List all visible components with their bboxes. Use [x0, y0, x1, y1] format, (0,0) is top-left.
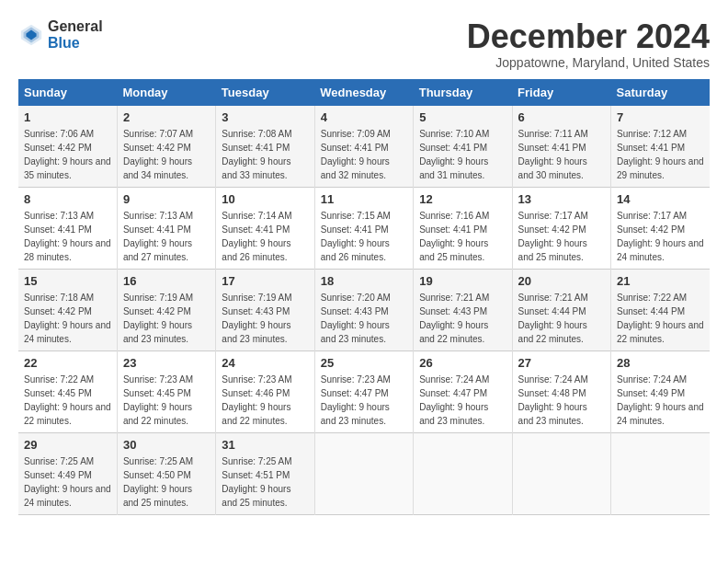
calendar-cell: 8Sunrise: 7:13 AMSunset: 4:41 PMDaylight…	[18, 187, 117, 269]
day-detail: Sunrise: 7:24 AMSunset: 4:49 PMDaylight:…	[617, 373, 704, 428]
day-detail: Sunrise: 7:19 AMSunset: 4:43 PMDaylight:…	[222, 291, 308, 346]
header-day-thursday: Thursday	[414, 79, 512, 106]
calendar-cell: 5Sunrise: 7:10 AMSunset: 4:41 PMDaylight…	[414, 106, 512, 188]
day-number: 7	[617, 110, 704, 124]
header-day-sunday: Sunday	[18, 79, 117, 106]
day-number: 2	[123, 110, 210, 124]
day-detail: Sunrise: 7:18 AMSunset: 4:42 PMDaylight:…	[24, 291, 111, 346]
calendar-cell: 9Sunrise: 7:13 AMSunset: 4:41 PMDaylight…	[117, 187, 215, 269]
header-row: SundayMondayTuesdayWednesdayThursdayFrid…	[18, 79, 710, 106]
calendar-cell: 13Sunrise: 7:17 AMSunset: 4:42 PMDayligh…	[512, 187, 610, 269]
day-detail: Sunrise: 7:15 AMSunset: 4:41 PMDaylight:…	[321, 209, 407, 264]
day-detail: Sunrise: 7:21 AMSunset: 4:44 PMDaylight:…	[518, 291, 605, 346]
day-number: 16	[123, 274, 210, 288]
header-day-wednesday: Wednesday	[314, 79, 413, 106]
calendar-cell: 1Sunrise: 7:06 AMSunset: 4:42 PMDaylight…	[18, 106, 117, 188]
day-detail: Sunrise: 7:17 AMSunset: 4:42 PMDaylight:…	[617, 209, 704, 264]
day-number: 11	[321, 192, 407, 206]
logo-text: General Blue	[48, 18, 103, 51]
day-number: 31	[222, 438, 308, 452]
calendar-cell: 12Sunrise: 7:16 AMSunset: 4:41 PMDayligh…	[414, 187, 512, 269]
day-number: 29	[24, 438, 111, 452]
day-number: 22	[24, 356, 111, 370]
day-detail: Sunrise: 7:22 AMSunset: 4:44 PMDaylight:…	[617, 291, 704, 346]
header-day-saturday: Saturday	[611, 79, 710, 106]
day-number: 18	[321, 274, 407, 288]
calendar-cell	[414, 432, 512, 514]
calendar-cell	[512, 432, 610, 514]
day-number: 25	[321, 356, 407, 370]
day-detail: Sunrise: 7:23 AMSunset: 4:46 PMDaylight:…	[222, 373, 308, 428]
day-number: 15	[24, 274, 111, 288]
calendar-cell: 16Sunrise: 7:19 AMSunset: 4:42 PMDayligh…	[117, 269, 215, 350]
day-number: 27	[518, 356, 605, 370]
header-day-friday: Friday	[512, 79, 610, 106]
calendar-cell: 15Sunrise: 7:18 AMSunset: 4:42 PMDayligh…	[18, 269, 117, 350]
day-detail: Sunrise: 7:13 AMSunset: 4:41 PMDaylight:…	[123, 209, 210, 264]
day-detail: Sunrise: 7:23 AMSunset: 4:45 PMDaylight:…	[123, 373, 210, 428]
calendar-cell: 2Sunrise: 7:07 AMSunset: 4:42 PMDaylight…	[117, 106, 215, 188]
calendar-cell: 21Sunrise: 7:22 AMSunset: 4:44 PMDayligh…	[611, 269, 710, 350]
day-number: 5	[419, 110, 506, 124]
calendar-cell: 14Sunrise: 7:17 AMSunset: 4:42 PMDayligh…	[611, 187, 710, 269]
day-number: 24	[222, 356, 308, 370]
logo: General Blue	[18, 18, 103, 51]
calendar-cell	[611, 432, 710, 514]
day-number: 4	[321, 110, 407, 124]
day-detail: Sunrise: 7:14 AMSunset: 4:41 PMDaylight:…	[222, 209, 308, 264]
calendar-cell: 3Sunrise: 7:08 AMSunset: 4:41 PMDaylight…	[216, 106, 314, 188]
calendar-cell: 17Sunrise: 7:19 AMSunset: 4:43 PMDayligh…	[216, 269, 314, 350]
calendar-cell: 10Sunrise: 7:14 AMSunset: 4:41 PMDayligh…	[216, 187, 314, 269]
day-number: 3	[222, 110, 308, 124]
day-number: 10	[222, 192, 308, 206]
day-number: 8	[24, 192, 111, 206]
day-number: 14	[617, 192, 704, 206]
calendar-cell: 27Sunrise: 7:24 AMSunset: 4:48 PMDayligh…	[512, 350, 610, 432]
day-number: 19	[419, 274, 506, 288]
calendar-cell: 23Sunrise: 7:23 AMSunset: 4:45 PMDayligh…	[117, 350, 215, 432]
week-row-1: 1Sunrise: 7:06 AMSunset: 4:42 PMDaylight…	[18, 106, 710, 188]
day-detail: Sunrise: 7:21 AMSunset: 4:43 PMDaylight:…	[419, 291, 506, 346]
day-number: 21	[617, 274, 704, 288]
calendar-cell: 18Sunrise: 7:20 AMSunset: 4:43 PMDayligh…	[314, 269, 413, 350]
day-number: 13	[518, 192, 605, 206]
day-number: 20	[518, 274, 605, 288]
location-subtitle: Joppatowne, Maryland, United States	[467, 55, 710, 70]
day-detail: Sunrise: 7:08 AMSunset: 4:41 PMDaylight:…	[222, 127, 308, 182]
day-detail: Sunrise: 7:20 AMSunset: 4:43 PMDaylight:…	[321, 291, 407, 346]
logo-general: General	[48, 18, 103, 35]
calendar-cell: 26Sunrise: 7:24 AMSunset: 4:47 PMDayligh…	[414, 350, 512, 432]
day-number: 1	[24, 110, 111, 124]
day-number: 6	[518, 110, 605, 124]
day-detail: Sunrise: 7:25 AMSunset: 4:51 PMDaylight:…	[222, 454, 308, 510]
day-detail: Sunrise: 7:25 AMSunset: 4:49 PMDaylight:…	[24, 454, 111, 510]
calendar-cell: 22Sunrise: 7:22 AMSunset: 4:45 PMDayligh…	[18, 350, 117, 432]
day-number: 28	[617, 356, 704, 370]
day-detail: Sunrise: 7:07 AMSunset: 4:42 PMDaylight:…	[123, 127, 210, 182]
header-day-tuesday: Tuesday	[216, 79, 314, 106]
day-detail: Sunrise: 7:10 AMSunset: 4:41 PMDaylight:…	[419, 127, 506, 182]
calendar-cell: 24Sunrise: 7:23 AMSunset: 4:46 PMDayligh…	[216, 350, 314, 432]
day-detail: Sunrise: 7:23 AMSunset: 4:47 PMDaylight:…	[321, 373, 407, 428]
day-detail: Sunrise: 7:11 AMSunset: 4:41 PMDaylight:…	[518, 127, 605, 182]
day-detail: Sunrise: 7:06 AMSunset: 4:42 PMDaylight:…	[24, 127, 111, 182]
day-detail: Sunrise: 7:17 AMSunset: 4:42 PMDaylight:…	[518, 209, 605, 264]
day-number: 23	[123, 356, 210, 370]
calendar-cell	[314, 432, 413, 514]
calendar-cell: 7Sunrise: 7:12 AMSunset: 4:41 PMDaylight…	[611, 106, 710, 188]
week-row-4: 22Sunrise: 7:22 AMSunset: 4:45 PMDayligh…	[18, 350, 710, 432]
calendar-cell: 4Sunrise: 7:09 AMSunset: 4:41 PMDaylight…	[314, 106, 413, 188]
day-detail: Sunrise: 7:13 AMSunset: 4:41 PMDaylight:…	[24, 209, 111, 264]
day-detail: Sunrise: 7:09 AMSunset: 4:41 PMDaylight:…	[321, 127, 407, 182]
day-detail: Sunrise: 7:24 AMSunset: 4:47 PMDaylight:…	[419, 373, 506, 428]
day-detail: Sunrise: 7:12 AMSunset: 4:41 PMDaylight:…	[617, 127, 704, 182]
page-header: General Blue December 2024 Joppatowne, M…	[18, 18, 710, 70]
week-row-2: 8Sunrise: 7:13 AMSunset: 4:41 PMDaylight…	[18, 187, 710, 269]
day-number: 12	[419, 192, 506, 206]
header-day-monday: Monday	[117, 79, 215, 106]
day-number: 26	[419, 356, 506, 370]
title-area: December 2024 Joppatowne, Maryland, Unit…	[467, 18, 710, 70]
day-detail: Sunrise: 7:22 AMSunset: 4:45 PMDaylight:…	[24, 373, 111, 428]
day-number: 30	[123, 438, 210, 452]
day-number: 17	[222, 274, 308, 288]
